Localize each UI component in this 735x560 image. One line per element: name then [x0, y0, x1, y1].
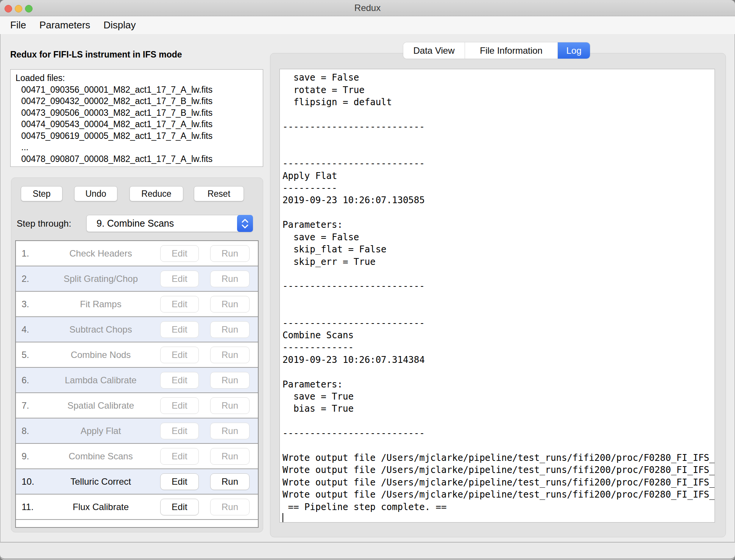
step-name: Flux Calibrate — [41, 502, 160, 512]
edit-button[interactable]: Edit — [160, 271, 199, 287]
file-item: 00474_090543_00004_M82_act1_17_7_A_lw.fi… — [16, 118, 263, 130]
step-number: 10. — [16, 476, 41, 487]
step-row: 11.Flux CalibrateEditRun — [16, 495, 258, 520]
redux-window: Redux File Parameters Display Redux for … — [0, 0, 735, 560]
step-name: Telluric Correct — [41, 476, 160, 487]
file-item: 00473_090506_00003_M82_act1_17_7_B_lw.fi… — [16, 107, 263, 119]
text-cursor — [282, 513, 283, 523]
step-row: 1.Check HeadersEditRun — [16, 241, 258, 266]
step-row: 5.Combine NodsEditRun — [16, 342, 258, 368]
edit-button[interactable]: Edit — [160, 296, 199, 313]
reduce-button[interactable]: Reduce — [130, 186, 183, 201]
edit-button[interactable]: Edit — [160, 372, 199, 389]
reset-button[interactable]: Reset — [194, 186, 244, 201]
step-row: 6.Lambda CalibrateEditRun — [16, 368, 258, 393]
run-button[interactable]: Run — [210, 397, 250, 414]
step-row: 4.Subtract ChopsEditRun — [16, 317, 258, 342]
file-item: 00472_090432_00002_M82_act1_17_7_B_lw.fi… — [16, 95, 263, 107]
step-row: 10.Telluric CorrectEditRun — [16, 469, 258, 495]
tab-log[interactable]: Log — [558, 42, 590, 59]
edit-button[interactable]: Edit — [160, 397, 199, 414]
step-number: 11. — [16, 502, 41, 512]
tab-data-view[interactable]: Data View — [403, 42, 465, 59]
log-text: Parameters: save = False rotate = True f… — [280, 69, 715, 513]
step-through-dropdown[interactable]: 9. Combine Scans — [86, 215, 253, 232]
window-footer — [0, 542, 735, 559]
edit-button[interactable]: Edit — [160, 347, 199, 363]
edit-button[interactable]: Edit — [160, 448, 199, 465]
view-tabs: Data ViewFile InformationLog — [403, 42, 590, 59]
step-number: 2. — [16, 274, 41, 284]
file-item: 00475_090619_00005_M82_act1_17_7_A_lw.fi… — [16, 130, 263, 142]
log-output[interactable]: Parameters: save = False rotate = True f… — [279, 69, 715, 523]
step-number: 4. — [16, 324, 41, 335]
step-through-value: 9. Combine Scans — [97, 215, 174, 232]
file-item: 00478_090807_00008_M82_act1_17_7_A_lw.fi… — [16, 153, 263, 165]
edit-button[interactable]: Edit — [160, 473, 199, 490]
step-name: Check Headers — [41, 248, 160, 259]
step-name: Spatial Calibrate — [41, 400, 160, 411]
step-number: 6. — [16, 375, 41, 386]
instrument-mode-label: Redux for FIFI-LS instrument in IFS mode — [10, 50, 182, 60]
step-number: 7. — [16, 400, 41, 411]
file-item: ... — [16, 142, 263, 153]
tab-file-information[interactable]: File Information — [465, 42, 558, 59]
run-button[interactable]: Run — [210, 296, 250, 313]
edit-button[interactable]: Edit — [160, 321, 199, 338]
menu-parameters[interactable]: Parameters — [39, 19, 90, 31]
file-item: 00471_090356_00001_M82_act1_17_7_A_lw.fi… — [16, 84, 263, 96]
run-button[interactable]: Run — [210, 499, 250, 515]
step-button[interactable]: Step — [21, 186, 62, 201]
step-number: 8. — [16, 426, 41, 436]
step-row: 3.Fit RampsEditRun — [16, 292, 258, 317]
run-button[interactable]: Run — [210, 245, 250, 262]
run-button[interactable]: Run — [210, 473, 250, 490]
step-row: 7.Spatial CalibrateEditRun — [16, 393, 258, 418]
loaded-files-header: Loaded files: — [16, 72, 263, 84]
window-title: Redux — [0, 0, 735, 16]
title-bar[interactable]: Redux — [0, 0, 735, 16]
edit-button[interactable]: Edit — [160, 499, 199, 515]
step-row: 8.Apply FlatEditRun — [16, 418, 258, 444]
step-name: Apply Flat — [41, 426, 160, 436]
pipeline-steps-list[interactable]: 1.Check HeadersEditRun2.Split Grating/Ch… — [15, 240, 259, 528]
menu-display[interactable]: Display — [103, 19, 136, 31]
step-name: Subtract Chops — [41, 324, 160, 335]
step-name: Combine Nods — [41, 350, 160, 360]
run-button[interactable]: Run — [210, 321, 250, 338]
run-button[interactable]: Run — [210, 372, 250, 389]
menu-file[interactable]: File — [10, 19, 26, 31]
step-number: 5. — [16, 350, 41, 360]
step-row: 2.Split Grating/ChopEditRun — [16, 266, 258, 292]
run-button[interactable]: Run — [210, 271, 250, 287]
edit-button[interactable]: Edit — [160, 423, 199, 439]
step-name: Fit Ramps — [41, 299, 160, 310]
step-name: Lambda Calibrate — [41, 375, 160, 386]
edit-button[interactable]: Edit — [160, 245, 199, 262]
run-button[interactable]: Run — [210, 448, 250, 465]
undo-button[interactable]: Undo — [74, 186, 117, 201]
step-number: 9. — [16, 451, 41, 462]
loaded-files-list[interactable]: Loaded files: 00471_090356_00001_M82_act… — [10, 69, 263, 167]
chevron-up-down-icon[interactable] — [237, 215, 253, 232]
run-button[interactable]: Run — [210, 347, 250, 363]
menu-bar: File Parameters Display — [0, 16, 735, 34]
step-through-label: Step through: — [17, 218, 71, 229]
run-button[interactable]: Run — [210, 423, 250, 439]
step-number: 3. — [16, 299, 41, 310]
step-name: Split Grating/Chop — [41, 274, 160, 284]
step-row: 9.Combine ScansEditRun — [16, 444, 258, 469]
step-name: Combine Scans — [41, 451, 160, 462]
step-number: 1. — [16, 248, 41, 259]
